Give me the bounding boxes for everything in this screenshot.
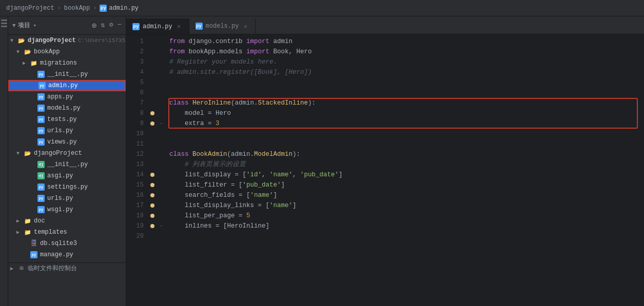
gutter-dot-9 [150, 121, 154, 126]
bookapp-folder-icon: 📂 [24, 48, 32, 56]
code-line-3: # Register your models here. [169, 57, 644, 67]
tree-item-init-bookapp[interactable]: py __init__.py [8, 69, 126, 80]
activity-icon-3 [1, 26, 7, 27]
code-line-6 [169, 88, 644, 98]
code-line-18: list_per_page = 5 [169, 211, 644, 221]
gutter-dot-17 [150, 203, 154, 208]
tree-item-views-py[interactable]: py views.py [8, 136, 126, 148]
collapse-icon[interactable]: − [118, 21, 122, 31]
django-init-icon: dj [37, 160, 45, 169]
tab-close-models[interactable]: ✕ [242, 23, 249, 30]
py-icon: py [100, 5, 107, 12]
urls-py-icon: py [37, 127, 45, 135]
code-line-17: list_display_links = ['name'] [169, 200, 644, 211]
code-editor[interactable]: 1 2 3 4 5 6 7 8 9 10 11 12 13 14 15 16 1 [126, 34, 644, 306]
folder-open-icon: 📂 [17, 36, 26, 45]
code-line-16: search_fields = ['name'] [169, 190, 644, 200]
sidebar: ▼ 项目 ▾ ⊕ ⇅ ⚙ − ▼ 📂 djangoProject [8, 16, 126, 306]
tree-item-doc[interactable]: ▶ 📁 doc [8, 215, 126, 227]
code-line-11 [169, 139, 644, 149]
tree-item-bookapp[interactable]: ▼ 📂 bookApp [8, 46, 126, 57]
code-line-1: from django.contrib import admin [169, 36, 644, 47]
tree-item-migrations[interactable]: ▶ 📁 migrations [8, 57, 126, 69]
fold-gutter: ⌐ ⌐ [158, 34, 165, 306]
wsgi-icon: py [37, 206, 45, 214]
tree-item-asgi[interactable]: dj asgi.py [8, 170, 126, 181]
tab-bar: py admin.py ✕ py models.py ✕ [126, 16, 644, 34]
tree-item-urls-bookapp[interactable]: py urls.py [8, 125, 126, 136]
urls-django-icon: py [37, 194, 45, 202]
tree-item-db[interactable]: 🗄 db.sqlite3 [8, 238, 126, 249]
breadcrumb-app[interactable]: bookApp [64, 5, 90, 12]
doc-folder-icon: 📁 [24, 217, 32, 225]
activity-icon-1 [1, 19, 7, 21]
migrations-folder-icon: 📁 [30, 59, 38, 67]
tree-item-djangoproject-inner[interactable]: ▼ 📂 djangoProject [8, 148, 126, 159]
tab-close-admin[interactable]: ✕ [175, 23, 183, 30]
add-icon[interactable]: ⊕ [92, 21, 97, 31]
code-line-9: extra = 3 [169, 118, 644, 129]
tests-py-icon: py [37, 115, 45, 124]
gutter-dot-16 [150, 193, 154, 197]
breadcrumb-sep2: › [93, 5, 96, 12]
gear-icon[interactable]: ⚙ [109, 21, 113, 31]
views-py-icon: py [37, 138, 45, 146]
tree-item-djangoproject-root[interactable]: ▼ 📂 djangoProject C:\Users\15735\Desktop… [8, 35, 126, 46]
gutter-dot-15 [150, 183, 154, 187]
arrow-bookapp: ▼ [16, 49, 24, 55]
code-line-5 [169, 77, 644, 88]
line-numbers: 1 2 3 4 5 6 7 8 9 10 11 12 13 14 15 16 1 [126, 34, 147, 306]
code-content[interactable]: from django.contrib import admin from bo… [165, 34, 644, 306]
tab-py-icon-admin: py [132, 23, 140, 30]
tree-item-init-django[interactable]: dj __init__.py [8, 159, 126, 170]
tree-item-wsgi[interactable]: py wsgi.py [8, 204, 126, 215]
breadcrumb-sep1: › [57, 5, 61, 12]
tree-item-tests-py[interactable]: py tests.py [8, 114, 126, 125]
djangoproject-inner-icon: 📂 [24, 149, 32, 157]
sidebar-toolbar: ▼ 项目 ▾ ⊕ ⇅ ⚙ − [8, 16, 126, 35]
sort-icon[interactable]: ⇅ [101, 21, 105, 31]
templates-folder-icon: 📁 [24, 228, 32, 236]
gutter-dot-14 [150, 173, 154, 177]
tree-item-apps-py[interactable]: py apps.py [8, 91, 126, 103]
gutter-dot-18 [150, 214, 154, 218]
editor-section: py admin.py ✕ py models.py ✕ 1 2 3 4 [126, 16, 644, 306]
gutter-dot-19 [150, 224, 154, 228]
tree-item-urls-django[interactable]: py urls.py [8, 193, 126, 204]
tree-item-manage[interactable]: py manage.py [8, 249, 126, 260]
code-line-8: model = Hero [169, 108, 644, 118]
tree-item-console[interactable]: ▶ ⊞ 临时文件和控制台 [8, 262, 126, 274]
activity-icon-2 [1, 23, 7, 24]
tree-item-templates[interactable]: ▶ 📁 templates [8, 227, 126, 238]
code-line-7: class HeroInline(admin.StackedInline): [169, 98, 644, 108]
code-line-2: from bookApp.models import Book, Hero [169, 47, 644, 57]
models-py-icon: py [37, 104, 45, 112]
tree-item-admin-py[interactable]: py admin.py [8, 80, 126, 91]
breadcrumb-root[interactable]: djangoProject [6, 5, 54, 12]
tree-item-settings[interactable]: py settings.py [8, 181, 126, 193]
file-tree: ▼ 📂 djangoProject C:\Users\15735\Desktop… [8, 35, 126, 306]
tab-py-icon-models: py [196, 23, 203, 30]
sidebar-title: ▼ 项目 ▾ [12, 21, 88, 30]
activity-bar [0, 16, 8, 306]
console-icon: ⊞ [17, 264, 26, 273]
arrow-djangoproject: ▼ [10, 38, 17, 44]
code-line-10 [169, 129, 644, 139]
code-line-19: inlines = [HeroInline] [169, 221, 644, 231]
arrow-djangoproject-inner: ▼ [16, 151, 24, 156]
arrow-migrations: ▶ [23, 60, 30, 66]
code-line-15: list_filter = ['pub_date'] [169, 180, 644, 190]
admin-py-icon: py [38, 81, 46, 90]
tab-models-py[interactable]: py models.py ✕ [189, 18, 256, 34]
code-line-14: list_display = ['id', 'name', 'pub_date'… [169, 170, 644, 180]
code-line-20 [169, 231, 644, 241]
py-file-icon: py [37, 70, 45, 78]
apps-py-icon: py [37, 93, 45, 101]
manage-py-icon: py [30, 251, 38, 259]
tree-item-models-py[interactable]: py models.py [8, 103, 126, 114]
tab-admin-py[interactable]: py admin.py ✕ [126, 18, 189, 34]
settings-py-icon: py [37, 183, 45, 191]
highlighted-block: class HeroInline(admin.StackedInline): m… [169, 98, 644, 129]
gutter [147, 34, 158, 306]
code-line-4: # admin.site.register([Book], [Hero]) [169, 67, 644, 77]
